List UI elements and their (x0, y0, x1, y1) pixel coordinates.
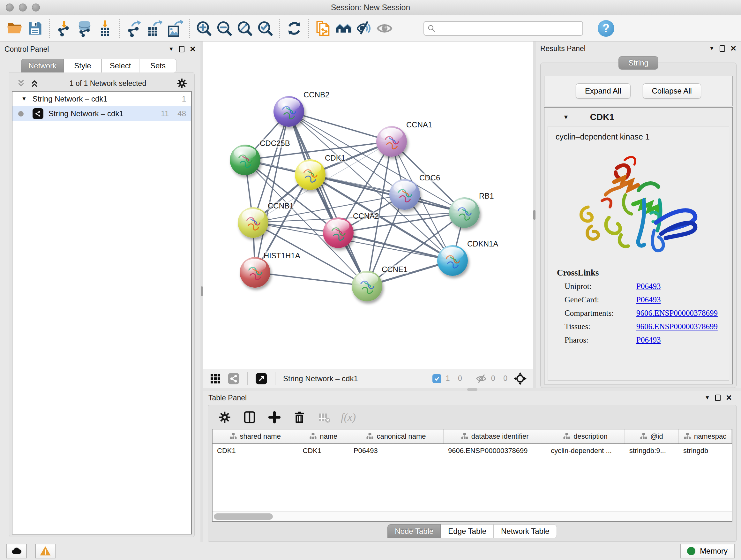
tree-expand-icon[interactable]: ▼ (21, 96, 27, 102)
tab-network[interactable]: Network (21, 59, 64, 72)
warnings-button[interactable] (35, 544, 56, 558)
export-image-button[interactable] (165, 18, 185, 39)
selected-checkbox[interactable] (432, 374, 441, 383)
add-column-button[interactable] (266, 411, 283, 424)
panel-close-icon[interactable]: ✕ (726, 393, 732, 402)
column-header-database-identifier[interactable]: database identifier (444, 429, 546, 443)
tab-edge-table[interactable]: Edge Table (441, 524, 494, 538)
network-node-hist1h1a[interactable] (240, 257, 270, 288)
tab-network-table[interactable]: Network Table (494, 524, 557, 538)
crosslink-link[interactable]: P06493 (636, 282, 661, 291)
tab-style[interactable]: Style (64, 59, 102, 72)
table-cell[interactable]: cyclin-dependent ... (546, 444, 625, 458)
panel-close-icon[interactable]: ✕ (730, 44, 737, 53)
entry-expand-icon[interactable]: ▼ (563, 114, 569, 121)
open-session-button[interactable] (4, 18, 25, 39)
string-show-glass-button[interactable] (374, 18, 395, 39)
export-network-button[interactable] (124, 18, 144, 39)
table-cell[interactable]: CDK1 (212, 444, 298, 458)
network-node-ccnb1[interactable] (238, 207, 268, 238)
network-node-cdkn1a[interactable] (437, 245, 468, 276)
panel-float-icon[interactable] (720, 45, 725, 52)
collapse-all-button[interactable]: Collapse All (643, 83, 701, 99)
crosslink-link[interactable]: P06493 (636, 335, 661, 345)
string-style-button[interactable] (226, 373, 242, 385)
help-button[interactable]: ? (598, 20, 614, 37)
crosslink-link[interactable]: P06493 (636, 295, 661, 304)
column-header-description[interactable]: description (546, 429, 625, 443)
save-session-button[interactable] (25, 18, 45, 39)
column-header-name[interactable]: name (298, 429, 349, 443)
string-hide-glass-button[interactable] (354, 18, 374, 39)
table-cell[interactable]: P06493 (349, 444, 444, 458)
control-panel-splitter[interactable] (200, 42, 203, 542)
splitter-handle[interactable] (201, 287, 203, 296)
network-node-ccne1[interactable] (352, 271, 382, 301)
crosslink-link[interactable]: 9606.ENSP00000378699 (636, 309, 718, 318)
column-header-shared-name[interactable]: shared name (212, 429, 298, 443)
network-edge-ccne1-hist1h1a[interactable] (255, 272, 367, 286)
panel-close-icon[interactable]: ✕ (190, 45, 196, 54)
maximize-window-button[interactable] (32, 3, 40, 11)
fit-content-button[interactable] (234, 18, 255, 39)
tab-select[interactable]: Select (102, 59, 139, 72)
expand-all-button[interactable]: Expand All (576, 83, 630, 99)
import-table-file-button[interactable] (95, 18, 115, 39)
network-options-button[interactable] (175, 78, 189, 89)
zoom-out-button[interactable] (214, 18, 234, 39)
column-header-canonical-name[interactable]: canonical name (349, 429, 444, 443)
grid-view-button[interactable] (208, 373, 223, 384)
apply-layout-button[interactable] (284, 18, 305, 39)
show-columns-button[interactable] (241, 411, 258, 424)
network-node-cdc6[interactable] (389, 179, 420, 210)
table-cell[interactable]: stringdb:9... (625, 444, 679, 458)
panel-collapse-icon[interactable]: ▼ (709, 45, 715, 52)
network-node-ccna1[interactable] (376, 126, 407, 157)
network-node-cdc25b[interactable] (230, 145, 260, 175)
network-node-ccna2[interactable] (323, 217, 354, 248)
memory-button[interactable]: Memory (680, 544, 735, 558)
tab-sets[interactable]: Sets (139, 59, 177, 72)
scrollbar-thumb[interactable] (214, 513, 273, 520)
table-cell[interactable]: CDK1 (298, 444, 349, 458)
entry-header[interactable]: ▼ CDK1 (544, 108, 732, 126)
results-panel-splitter[interactable] (533, 42, 536, 388)
network-node-rb1[interactable] (449, 197, 480, 228)
cloud-status-button[interactable] (6, 544, 27, 558)
table-cell[interactable]: stringdb (679, 444, 732, 458)
string-import-button[interactable] (313, 18, 333, 39)
panel-collapse-icon[interactable]: ▼ (169, 46, 174, 52)
network-edge-ccnb2-hist1h1a[interactable] (255, 111, 289, 272)
table-panel-splitter[interactable] (203, 388, 741, 391)
crosslink-link[interactable]: 9606.ENSP00000378699 (636, 322, 718, 331)
panel-float-icon[interactable] (179, 46, 185, 52)
network-collection-row[interactable]: ▼ String Network – cdk1 1 (12, 91, 191, 106)
import-network-file-button[interactable] (54, 18, 74, 39)
detach-view-button[interactable] (253, 373, 269, 385)
table-row[interactable]: CDK1CDK1P064939606.ENSP00000378699cyclin… (212, 444, 732, 458)
tab-node-table[interactable]: Node Table (387, 524, 441, 538)
search-input[interactable] (438, 24, 579, 33)
table-horizontal-scrollbar[interactable] (212, 511, 732, 521)
column-header-namespac[interactable]: namespac (679, 429, 732, 443)
panel-float-icon[interactable] (715, 395, 721, 401)
zoom-selected-button[interactable] (255, 18, 275, 39)
export-table-button[interactable] (144, 18, 165, 39)
collapse-all-networks-button[interactable] (14, 78, 28, 88)
delete-column-button[interactable] (291, 411, 308, 424)
birdseye-toggle-button[interactable] (512, 372, 529, 385)
expand-all-networks-button[interactable] (28, 78, 41, 88)
string-home-button[interactable] (333, 18, 354, 39)
network-node-ccnb2[interactable] (273, 96, 304, 127)
table-options-button[interactable] (216, 411, 233, 424)
tab-string[interactable]: String (618, 56, 658, 70)
minimize-window-button[interactable] (19, 3, 27, 11)
network-row-selected[interactable]: String Network – cdk1 11 48 (12, 106, 191, 121)
network-node-cdk1[interactable] (295, 159, 326, 190)
import-network-database-button[interactable] (74, 18, 95, 39)
splitter-handle[interactable] (467, 388, 477, 391)
close-window-button[interactable] (6, 3, 14, 11)
splitter-handle[interactable] (533, 210, 536, 220)
column-header--id[interactable]: @id (625, 429, 679, 443)
panel-collapse-icon[interactable]: ▼ (704, 395, 710, 401)
